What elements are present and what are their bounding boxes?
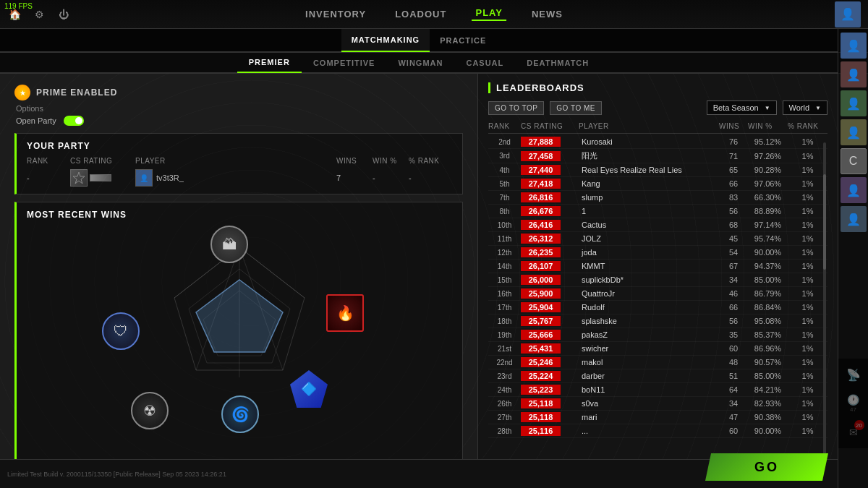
map-badge-nuke[interactable]: ☢ bbox=[131, 392, 169, 429]
row-rating: 26,676 bbox=[521, 206, 579, 216]
row-rating: 27,458 bbox=[521, 151, 579, 161]
row-rank: 26th bbox=[488, 400, 521, 408]
user-avatar[interactable]: 👤 bbox=[835, 1, 861, 27]
lb-season-select[interactable]: Beta Season bbox=[707, 100, 777, 115]
subnav-matchmaking[interactable]: MATCHMAKING bbox=[341, 29, 430, 52]
row-rankpct: 1% bbox=[788, 275, 827, 284]
map-display: 🏔 🔥 🛡 🔷 ☢ bbox=[102, 226, 377, 450]
party-wins-value: 7 bbox=[336, 174, 373, 182]
row-player: splashske bbox=[579, 317, 719, 325]
row-rank: 14th bbox=[488, 262, 521, 270]
map-badge-vertigo[interactable]: 🌀 bbox=[221, 395, 259, 433]
party-player-name: tv3t3R_ bbox=[156, 174, 184, 182]
th-rankpct: % Rank bbox=[788, 122, 827, 130]
build-info: Limited Test Build v. 2000115/13350 [Pub… bbox=[7, 471, 226, 478]
avatar-sidebar: 👤 👤 👤 👤 C 👤 👤 bbox=[838, 29, 868, 488]
row-rating: 25,224 bbox=[521, 371, 579, 381]
map-badge-mirage[interactable]: 🏔 bbox=[210, 226, 248, 263]
map-badge-shield[interactable]: 🛡 bbox=[102, 312, 140, 350]
avatar-2[interactable]: 👤 bbox=[841, 61, 867, 87]
row-wins: 47 bbox=[719, 413, 748, 421]
avatar-7[interactable]: 👤 bbox=[841, 206, 867, 232]
avatar-3[interactable]: 👤 bbox=[841, 90, 867, 116]
power-icon[interactable]: ⏻ bbox=[56, 7, 71, 22]
table-row: 7th 26,816 slump 83 66.30% 1% bbox=[488, 191, 827, 205]
lb-region-select[interactable]: World bbox=[783, 100, 827, 115]
nav-inventory[interactable]: INVENTORY bbox=[302, 9, 370, 20]
prime-label: PRIME ENABLED bbox=[36, 87, 117, 98]
party-player-row: - 👤 tv3t3R_ 7 - - bbox=[27, 169, 452, 187]
party-col-rank: Rank bbox=[27, 157, 70, 165]
row-rank: 17th bbox=[488, 304, 521, 312]
nav-loadout[interactable]: LOADOUT bbox=[391, 9, 450, 20]
party-rankpct-value: - bbox=[409, 174, 452, 182]
row-rank: 16th bbox=[488, 290, 521, 298]
avatar-6[interactable]: 👤 bbox=[841, 177, 867, 203]
avatar-4[interactable]: 👤 bbox=[841, 119, 867, 145]
row-rankpct: 1% bbox=[788, 234, 827, 243]
row-winpct: 95.74% bbox=[748, 234, 788, 243]
row-rankpct: 1% bbox=[788, 399, 827, 408]
open-party-toggle[interactable] bbox=[64, 116, 84, 126]
lb-rows-container: 2nd 27,888 Kurosaki 76 95.12% 1% 3rd 27,… bbox=[488, 135, 827, 438]
settings-icon[interactable]: ⚙ bbox=[32, 7, 46, 22]
row-winpct: 97.06% bbox=[748, 179, 788, 188]
most-recent-wins-section: MOST RECENT WINS bbox=[14, 202, 463, 479]
gtab-competitive[interactable]: COMPETITIVE bbox=[302, 53, 387, 73]
table-row: 14th 26,107 KMMT 67 94.37% 1% bbox=[488, 260, 827, 273]
lb-goto-top-btn[interactable]: GO TO TOP bbox=[488, 101, 544, 115]
map-badge-inferno[interactable]: 🔥 bbox=[326, 294, 364, 332]
gtab-casual[interactable]: CASUAL bbox=[454, 53, 515, 73]
row-winpct: 90.38% bbox=[748, 413, 788, 421]
row-winpct: 88.89% bbox=[748, 207, 788, 215]
row-wins: 56 bbox=[719, 317, 748, 325]
row-rating: 25,904 bbox=[521, 302, 579, 312]
prime-icon: ★ bbox=[14, 85, 30, 100]
options-label: Options bbox=[16, 104, 43, 113]
left-panel: ★ PRIME ENABLED Options Open Party YOUR … bbox=[0, 74, 477, 488]
gtab-premier[interactable]: PREMIER bbox=[237, 53, 302, 73]
row-rankpct: 1% bbox=[788, 358, 827, 367]
row-rank: 24th bbox=[488, 386, 521, 394]
row-wins: 76 bbox=[719, 137, 748, 146]
th-wins: Wins bbox=[719, 122, 748, 130]
row-wins: 51 bbox=[719, 372, 748, 380]
table-row: 5th 27,418 Kang 66 97.06% 1% bbox=[488, 177, 827, 191]
row-winpct: 95.12% bbox=[748, 137, 788, 146]
lb-table-scroll-area[interactable]: 2nd 27,888 Kurosaki 76 95.12% 1% 3rd 27,… bbox=[488, 135, 827, 468]
gtab-deathmatch[interactable]: DEATHMATCH bbox=[515, 53, 600, 73]
row-rating: 27,418 bbox=[521, 179, 579, 189]
row-rank: 2nd bbox=[488, 138, 521, 146]
row-player: Cactus bbox=[579, 221, 719, 229]
row-player: Kurosaki bbox=[579, 137, 719, 146]
th-rank: Rank bbox=[488, 122, 521, 130]
map-badge-pentagon[interactable]: 🔷 bbox=[290, 370, 328, 408]
row-rating: 25,900 bbox=[521, 288, 579, 299]
row-rating: 25,246 bbox=[521, 357, 579, 367]
row-player: swicher bbox=[579, 344, 719, 353]
row-rank: 27th bbox=[488, 414, 521, 421]
row-winpct: 90.28% bbox=[748, 166, 788, 174]
th-winpct: Win % bbox=[748, 122, 788, 130]
avatar-1[interactable]: 👤 bbox=[841, 33, 867, 59]
row-rating: 26,312 bbox=[521, 234, 579, 244]
th-player: Player bbox=[579, 122, 719, 130]
subnav-practice[interactable]: PRACTICE bbox=[430, 29, 496, 52]
lb-goto-me-btn[interactable]: GO TO ME bbox=[550, 101, 602, 115]
row-winpct: 90.00% bbox=[748, 248, 788, 257]
nav-news[interactable]: NEWS bbox=[528, 9, 566, 20]
table-row: 8th 26,676 1 56 88.89% 1% bbox=[488, 205, 827, 218]
row-winpct: 86.84% bbox=[748, 303, 788, 312]
gtab-wingman[interactable]: WINGMAN bbox=[386, 53, 454, 73]
go-button[interactable]: GO bbox=[705, 453, 828, 481]
table-row: 4th 27,440 Real Eyes Realize Real Lies 6… bbox=[488, 163, 827, 177]
table-row: 28th 25,116 ... 60 90.00% 1% bbox=[488, 424, 827, 438]
nav-play[interactable]: PLAY bbox=[472, 7, 506, 21]
avatar-5[interactable]: C bbox=[841, 148, 867, 174]
right-panel: LEADERBOARDS GO TO TOP GO TO ME Beta Sea… bbox=[477, 74, 838, 488]
lb-scrollbar-thumb bbox=[823, 174, 826, 270]
row-rankpct: 1% bbox=[788, 317, 827, 325]
row-rating: 27,888 bbox=[521, 137, 579, 147]
svg-marker-9 bbox=[196, 280, 283, 352]
your-party-section: YOUR PARTY Rank CS Rating Player Wins Wi… bbox=[14, 133, 463, 194]
